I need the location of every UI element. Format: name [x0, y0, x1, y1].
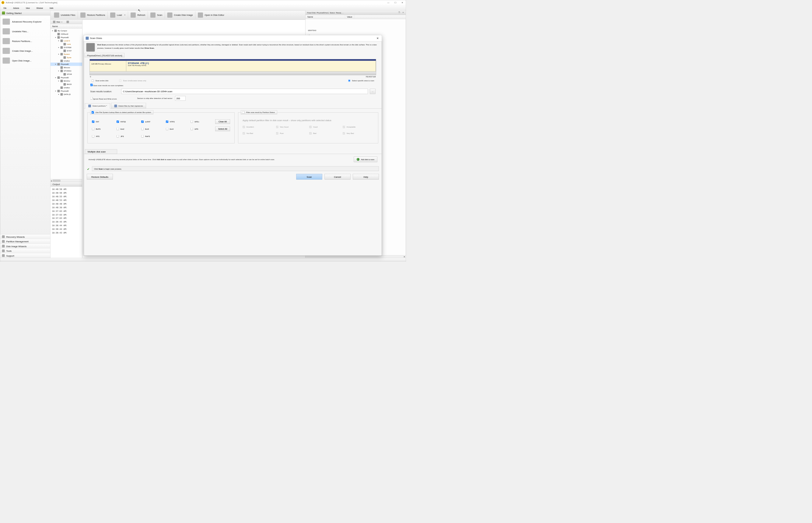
tree-row[interactable]: ▾BACKU	[51, 79, 82, 83]
sidebar-item-restore-partitions[interactable]: Restore Partitions...	[0, 36, 51, 46]
tree-row[interactable]: Loca	[51, 42, 82, 46]
radio-scan-specific[interactable]: Select specific area to scan	[348, 79, 374, 82]
tree-row[interactable]: ▾System	[51, 53, 82, 56]
fs-fat32[interactable]: FAT32	[116, 121, 139, 123]
tree-row[interactable]: ▾DATA (D	[51, 93, 82, 96]
tree-row[interactable]: ▾Local D	[51, 39, 82, 42]
cancel-button[interactable]: Cancel	[325, 174, 351, 180]
sidebar-item-tools[interactable]: Tools	[0, 249, 51, 254]
disk-layout-bar[interactable]: 128 MB Primary Microsc STORAGE_4TB (J:) …	[90, 59, 376, 72]
fs-ntfs[interactable]: NTFS	[166, 121, 188, 123]
tree-row[interactable]: SYST	[51, 49, 82, 53]
sidebar-item-open-disk-image[interactable]: Open Disk Image...	[0, 56, 51, 66]
col-name[interactable]: Name	[306, 15, 345, 19]
tree-row[interactable]: Microsc	[51, 66, 82, 69]
fs-filter-legend[interactable]: Use File System lookup filters to detect…	[90, 110, 153, 114]
menu-help[interactable]: Help	[46, 5, 57, 11]
fs-xfs[interactable]: XFS	[92, 135, 114, 138]
fs-ext4[interactable]: Ext4	[166, 128, 188, 130]
fs-hfs[interactable]: HFS+	[190, 121, 213, 123]
panel-close-icon[interactable]: ✕	[402, 11, 405, 14]
sidebar-item-undelete-files[interactable]: Undelete Files...	[0, 26, 51, 36]
sidebar-item-support[interactable]: Support	[0, 253, 51, 258]
sidebar-item-create-disk-image[interactable]: Create Disk Image...	[0, 46, 51, 56]
close-button[interactable]: ✕	[399, 0, 406, 5]
sidebar-item-partition-management[interactable]: Partition Management	[0, 239, 51, 244]
tree-row[interactable]: Unalloc	[51, 86, 82, 90]
sector-track[interactable]	[90, 72, 376, 75]
fs-exfat[interactable]: exFAT	[141, 121, 164, 123]
checkbox-ignore-errors[interactable]: Ignore Read and Write errors	[90, 97, 117, 100]
tree-row[interactable]: CDRom0	[51, 33, 82, 36]
fs-fat[interactable]: FAT	[92, 121, 114, 123]
tree-row[interactable]: Unalloc	[51, 59, 82, 63]
status-message: Click Scan to begin scan process;	[92, 166, 379, 172]
status-filter-legend[interactable]: Filter scan result by Partition Status	[241, 110, 277, 114]
sidebar-item-advanced-recovery[interactable]: Advanced Recovery Explorer	[0, 17, 51, 26]
device-tree[interactable]: ▾My ComputCDRom0▾PhysicalD▾Local DLoca▾S…	[51, 29, 82, 179]
toolbar-restore-partitions[interactable]: Restore Partitions	[78, 11, 108, 19]
tab-detect-signatures[interactable]: Detect files by their signatures	[111, 103, 146, 109]
checkbox-save-results[interactable]: Save scan results as scan completes	[90, 84, 123, 87]
toolbar-undelete-files[interactable]: Undelete Files	[52, 11, 78, 19]
fs-btrfs[interactable]: BtrFS	[92, 128, 114, 130]
properties-title: Fixed Disk: PhysicalDrive1, Status: Read…	[307, 12, 344, 14]
col-value[interactable]: Value	[345, 15, 354, 19]
tree-row[interactable]: ▾PhysicalD	[51, 76, 82, 79]
scan-button[interactable]: Scan	[296, 174, 322, 180]
add-disk-button[interactable]: Add disk to scan	[354, 157, 377, 162]
tree-row[interactable]: STOR	[51, 73, 82, 76]
help-button[interactable]: Help	[353, 174, 379, 180]
panel-restore-icon[interactable]: ❐	[398, 11, 401, 14]
fs-jfs[interactable]: JFS	[116, 135, 139, 138]
fs-ext2[interactable]: Ext2	[116, 128, 139, 130]
multi-disk-description: Active@ UNDELETE allows scanning several…	[89, 158, 350, 161]
toolbar-scan[interactable]: Scan	[148, 11, 165, 19]
tree-row[interactable]: ▾STORAG	[51, 69, 82, 73]
tree-row[interactable]: ▾PhysicalD	[51, 63, 82, 66]
view-dropdown[interactable]: View▼	[52, 20, 64, 23]
fs-refs[interactable]: ReFS	[141, 135, 164, 138]
maximize-button[interactable]: ☐	[392, 0, 399, 5]
sidebar-item-recovery-wizards[interactable]: Recovery Wizards	[0, 234, 51, 239]
tree-row[interactable]: ▾PhysicalD	[51, 90, 82, 93]
output-log[interactable]: 10:48:58 AM: 10:48:56 AM: 10:48:55 AM: 1…	[51, 186, 82, 258]
filt-excellent: Excellent	[243, 126, 274, 128]
menu-view[interactable]: View	[22, 5, 33, 11]
toolbar-load[interactable]: Load▼	[108, 11, 128, 19]
radio-scan-unallocated[interactable]: Scan Unallocated areas only	[119, 79, 146, 82]
menu-window[interactable]: Window	[33, 5, 46, 11]
fs-ext3[interactable]: Ext3	[141, 128, 164, 130]
partition-segment-storage[interactable]: STORAGE_4TB (J:) 3.64 TB Primary NTFS	[126, 59, 376, 72]
partition-icon	[2, 240, 5, 243]
tree-row[interactable]: Syste	[51, 56, 82, 59]
tree-row[interactable]: ▾SYSTEM	[51, 46, 82, 49]
fs-ufs[interactable]: UFS	[190, 128, 213, 130]
undelete-icon	[54, 13, 59, 18]
restore-defaults-button[interactable]: Restore Defaults	[87, 174, 113, 180]
tab-detect-partitions[interactable]: Detect partitions *	[85, 103, 110, 109]
skip-input[interactable]	[175, 96, 186, 101]
dialog-close-button[interactable]: ✕	[375, 36, 380, 40]
tree-tool-button[interactable]	[65, 20, 70, 23]
tree-row[interactable]: BACK	[51, 83, 82, 86]
tree-row[interactable]: ▾PhysicalD	[51, 36, 82, 39]
select-all-button[interactable]: Select All	[215, 127, 230, 131]
tree-hscrollbar[interactable]: ◀	[51, 179, 82, 182]
radio-scan-entire[interactable]: Scan entire disk	[92, 79, 109, 82]
minimize-button[interactable]: —	[385, 0, 392, 5]
drive-tab[interactable]: PhysicalDrive1 [7814037168 sectors]	[85, 53, 125, 58]
menu-file[interactable]: File	[0, 5, 10, 11]
loc-input[interactable]	[122, 89, 368, 94]
toolbar-open-disk-editor[interactable]: Open in Disk Editor	[196, 11, 227, 19]
browse-button[interactable]: ...	[370, 89, 375, 94]
toolbar-refresh[interactable]: Refresh	[128, 11, 148, 19]
open-disk-image-icon	[3, 57, 10, 64]
tree-header[interactable]: Name	[51, 24, 82, 29]
clear-all-button[interactable]: Clear All	[215, 119, 230, 124]
partition-segment-reserved[interactable]: 128 MB Primary Microsc	[90, 59, 126, 72]
menu-actions[interactable]: Actions	[10, 5, 22, 11]
toolbar-create-disk-image[interactable]: Create Disk Image	[165, 11, 196, 19]
tree-row[interactable]: ▾My Comput	[51, 29, 82, 33]
sidebar-item-disk-image-wizards[interactable]: Disk Image Wizards	[0, 244, 51, 249]
